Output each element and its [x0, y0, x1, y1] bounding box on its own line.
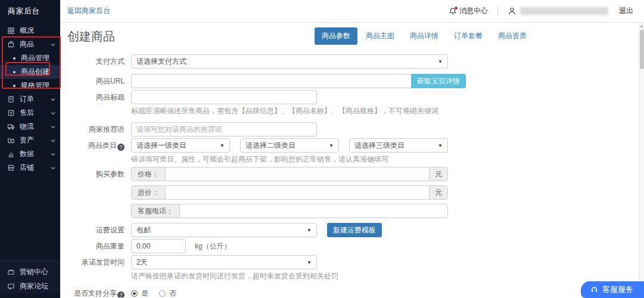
- back-to-admin-link[interactable]: 返回商家后台: [67, 6, 110, 16]
- tab-product-main-image[interactable]: 商品主图: [359, 27, 402, 45]
- sidebar-subitem-label: 规格管理: [21, 80, 49, 91]
- main-area: 返回商家后台 消息中心 退出 创建商品: [60, 0, 644, 298]
- customer-service-icon: [590, 286, 598, 294]
- merchant-admin-app: 商家后台 概况 商品 商品管理 商品创建 规格管理: [0, 0, 644, 298]
- bullet-icon: [13, 85, 15, 87]
- share-no-radio[interactable]: [159, 290, 166, 297]
- bell-icon: [449, 7, 457, 15]
- category-level2-select[interactable]: 请选择二级类目▼: [240, 138, 339, 153]
- share-yes-radio[interactable]: [131, 290, 138, 297]
- assets-icon: [7, 136, 15, 144]
- logout-button[interactable]: 退出: [619, 6, 633, 16]
- user-icon: [508, 7, 517, 15]
- sidebar-item-marketing[interactable]: 营销中心: [0, 265, 60, 279]
- original-price-input[interactable]: [166, 186, 429, 199]
- grid-icon: [7, 27, 15, 35]
- payment-method-select[interactable]: 请选择支付方式 ▼: [131, 54, 448, 69]
- purchase-params-label: 购买参数: [67, 167, 131, 181]
- sidebar-item-overview[interactable]: 概况: [0, 24, 60, 38]
- message-center[interactable]: 消息中心: [449, 6, 488, 16]
- product-title-label: 商品标题: [67, 90, 131, 104]
- service-phone-prefix: 客服电话：: [132, 204, 180, 218]
- sidebar-item-shop[interactable]: 店铺: [0, 161, 60, 175]
- payment-method-label: 支付方式: [67, 54, 131, 69]
- category-level3-select[interactable]: 请选择三级类目▼: [349, 138, 448, 153]
- sidebar-item-logistics[interactable]: 物流: [0, 120, 60, 134]
- marketing-icon: [7, 268, 15, 276]
- chevron-down-icon: [51, 111, 55, 116]
- sidebar-menu: 概况 商品 商品管理 商品创建 规格管理 订单: [0, 23, 60, 175]
- price-input-group: 价格： 元: [131, 167, 448, 181]
- logistics-icon: [7, 123, 15, 131]
- sidebar-item-assets[interactable]: 资产: [0, 134, 60, 147]
- chevron-down-icon: [51, 125, 55, 129]
- caret-down-icon: ▼: [438, 143, 443, 148]
- app-logo: 商家后台: [0, 0, 60, 23]
- sidebar-item-label: 售后: [20, 108, 51, 118]
- product-title-help: 标题应清晰描述所售商品，需包含【品牌信息】、【商品名称】、【商品规格】，不可堆砌…: [131, 107, 438, 115]
- order-doc-icon: [7, 95, 15, 103]
- sidebar-item-label: 营销中心: [20, 267, 55, 277]
- sidebar-subitem-spec-manage[interactable]: 规格管理: [0, 79, 60, 92]
- customer-service-label: 客服服务: [602, 284, 633, 295]
- merchant-recommend-input[interactable]: [131, 122, 317, 136]
- sidebar-item-forum[interactable]: 商家论坛: [0, 279, 60, 293]
- chevron-down-icon: [51, 138, 55, 143]
- merchant-recommend-label: 商家推荐语: [67, 122, 131, 136]
- sidebar-item-label: 物流: [20, 122, 51, 132]
- price-unit: 元: [429, 167, 447, 181]
- product-title-input[interactable]: [131, 90, 317, 104]
- vertical-scrollbar[interactable]: ▲: [639, 23, 644, 298]
- sidebar-subitem-product-manage[interactable]: 商品管理: [0, 51, 60, 65]
- category-level1-select[interactable]: 请选择一级类目▼: [131, 138, 230, 153]
- aftersale-icon: [7, 109, 15, 117]
- category-label: 商品类目?: [67, 138, 131, 153]
- sidebar-item-label: 店铺: [20, 163, 51, 173]
- price-input[interactable]: [166, 167, 429, 181]
- shipping-select[interactable]: 包邮▼: [131, 223, 317, 237]
- sidebar-item-product[interactable]: 商品: [0, 38, 60, 51]
- weight-input[interactable]: [131, 239, 186, 253]
- product-url-input[interactable]: [131, 74, 412, 88]
- sidebar-subitem-product-create[interactable]: 商品创建: [0, 65, 60, 79]
- scrollbar-up-arrow[interactable]: ▲: [639, 23, 644, 29]
- topbar-divider: [497, 7, 498, 16]
- sidebar-item-label: 商品: [20, 39, 51, 49]
- new-shipping-template-button[interactable]: 新建运费模板: [327, 223, 382, 237]
- sidebar-item-data[interactable]: 数据: [0, 147, 60, 161]
- sidebar-subitem-label: 商品创建: [21, 67, 49, 77]
- category-help: 错误填写类目、属性，可能会引起商品下架，影响您的正常销售，请认真准确填写: [131, 155, 448, 163]
- weight-unit: kg（公斤）: [195, 239, 231, 253]
- chevron-down-icon: [51, 42, 55, 47]
- bullet-icon: [13, 57, 15, 60]
- scrollbar-thumb[interactable]: [640, 30, 644, 69]
- product-url-label: 商品URL: [67, 74, 131, 88]
- sidebar-item-aftersale[interactable]: 售后: [0, 106, 60, 120]
- service-phone-input[interactable]: [180, 204, 447, 218]
- product-tabs: 商品参数 商品主图 商品详情 订单套餐 商品资质: [315, 27, 534, 45]
- tab-product-qualification[interactable]: 商品资质: [491, 27, 534, 45]
- sidebar-item-label: 订单: [20, 94, 51, 104]
- data-chart-icon: [7, 150, 15, 158]
- info-icon: ?: [117, 144, 125, 151]
- service-phone-input-group: 客服电话：: [131, 204, 448, 218]
- delivery-time-help: 请严格按照承诺的发货时间进行发货，超时未发货会受到相关处罚: [131, 272, 338, 280]
- fetch-item-detail-button[interactable]: 获取宝贝详情: [411, 74, 466, 88]
- delivery-time-select[interactable]: 2天▼: [131, 255, 317, 269]
- user-account[interactable]: [508, 7, 608, 15]
- tab-order-package[interactable]: 订单套餐: [447, 27, 490, 45]
- weight-label: 商品重量: [67, 239, 131, 253]
- notification-dot: [455, 7, 458, 10]
- tab-product-params[interactable]: 商品参数: [315, 27, 357, 45]
- shop-icon: [7, 164, 15, 172]
- customer-service-button[interactable]: 客服服务: [581, 281, 644, 298]
- share-no-label: 否: [169, 289, 176, 297]
- sidebar-item-label: 商家论坛: [20, 281, 55, 291]
- tab-product-detail[interactable]: 商品详情: [403, 27, 446, 45]
- forum-icon: [7, 283, 15, 290]
- info-icon: ?: [117, 291, 125, 297]
- product-box-icon: [7, 41, 15, 48]
- sidebar-item-orders[interactable]: 订单: [0, 92, 60, 106]
- share-support-label: 是否支持分享?: [67, 286, 131, 297]
- sidebar-bottom: 营销中心 商家论坛: [0, 260, 60, 293]
